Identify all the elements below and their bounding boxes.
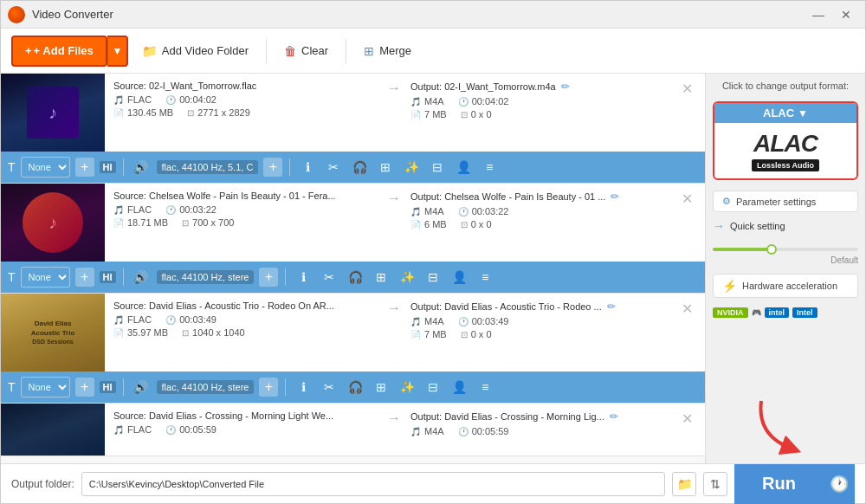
file-source-2: Source: Chelsea Wolfe - Pain Is Beauty -… <box>113 191 378 230</box>
clock-icon-1: 🕐 <box>165 95 176 105</box>
source-format-label-1: FLAC <box>127 94 152 105</box>
merge-button[interactable]: ⊞ Merge <box>353 36 422 67</box>
output-label-1: Output: 02-I_Want_Tomorrow.m4a ✏ <box>410 81 636 93</box>
o-clk-icon-2: 🕐 <box>458 207 469 216</box>
close-item-2[interactable]: ✕ <box>678 191 696 207</box>
speed-slider[interactable] <box>713 248 858 251</box>
add-video-folder-button[interactable]: 📁 Add Video Folder <box>132 36 259 67</box>
file-info-1: Source: 02-I_Want_Tomorrow.flac 🎵 FLAC 🕐… <box>105 74 705 152</box>
add-files-dropdown[interactable]: ▼ <box>107 36 128 67</box>
s-res-val-2: 700 x 700 <box>192 217 234 228</box>
audio-icon-1[interactable]: 🔊 <box>131 157 152 178</box>
nvidia-row: NVIDIA 🎮 intel Intel <box>713 305 858 320</box>
info-icon-2[interactable]: ℹ <box>293 267 313 288</box>
sep-1 <box>123 158 124 176</box>
source-res-2: ⊡ 700 x 700 <box>182 217 234 228</box>
output-label-3: Output: David Elias - Acoustic Trio - Ro… <box>410 300 636 313</box>
edit-icon-3[interactable]: ✏ <box>607 300 616 313</box>
s-clk-icon-4: 🕐 <box>165 425 176 435</box>
watermark-icon-3[interactable]: 👤 <box>449 377 469 397</box>
output-format-1: 🎵 M4A <box>410 96 444 107</box>
format-header[interactable]: ALAC ▼ <box>714 103 856 123</box>
close-button[interactable]: ✕ <box>834 5 858 24</box>
effect-icon-1[interactable]: ✨ <box>401 157 422 178</box>
o-clk-icon-4: 🕐 <box>458 427 469 436</box>
close-item-3[interactable]: ✕ <box>678 300 696 317</box>
headphone-icon-1[interactable]: 🎧 <box>349 157 370 178</box>
format-dropdown-icon: ▼ <box>798 107 808 120</box>
plus-btn-1[interactable]: + <box>75 158 94 177</box>
s-res-val-3: 1040 x 1040 <box>192 327 245 338</box>
audio-plus-1[interactable]: + <box>263 158 282 177</box>
crop-icon-2[interactable]: ⊞ <box>371 267 391 288</box>
subtitle-icon-3[interactable]: ⊟ <box>423 377 443 397</box>
source-size-val-1: 130.45 MB <box>127 107 173 118</box>
audio-icon-2[interactable]: 🔊 <box>131 267 152 288</box>
effect-icon-2[interactable]: ✨ <box>397 267 417 288</box>
browse-button[interactable]: 📁 <box>672 472 696 496</box>
schedule-button[interactable]: 🕐 <box>824 464 855 504</box>
edit-icon-4[interactable]: ✏ <box>610 410 618 423</box>
subtitle-icon-2[interactable]: ⊟ <box>423 267 443 288</box>
output-size-row-1: 📄 7 MB ⊡ 0 x 0 <box>410 109 675 120</box>
s-clk-icon-3: 🕐 <box>165 315 176 325</box>
clear-button[interactable]: 🗑 Clear <box>274 36 339 67</box>
s-sz-icon-3: 📄 <box>113 328 124 338</box>
s-fmt-icon-4: 🎵 <box>113 425 124 435</box>
sort-button[interactable]: ⇅ <box>703 472 727 496</box>
run-button[interactable]: Run <box>734 464 824 504</box>
format-box[interactable]: ALAC ▼ ALAC Lossless Audio <box>713 101 858 180</box>
arrow-4: → <box>381 410 407 426</box>
file-output-1: Output: 02-I_Want_Tomorrow.m4a ✏ 🎵 M4A <box>410 81 675 122</box>
scissors-icon-3[interactable]: ✂ <box>319 377 339 397</box>
info-icon-1[interactable]: ℹ <box>297 157 318 178</box>
crop-icon-3[interactable]: ⊞ <box>371 377 391 397</box>
audio-icon-3[interactable]: 🔊 <box>131 377 152 397</box>
scissors-icon-1[interactable]: ✂ <box>323 157 344 178</box>
o-sz-icon-2: 📄 <box>410 220 421 229</box>
output-res-icon-1: ⊡ <box>461 110 468 120</box>
hw-icon: ⚡ <box>722 279 737 293</box>
scissors-icon-2[interactable]: ✂ <box>319 267 339 288</box>
minimize-button[interactable]: — <box>806 5 830 24</box>
hardware-acceleration-button[interactable]: ⚡ Hardware acceleration <box>713 274 858 298</box>
folder-icon: 📁 <box>142 44 157 58</box>
format-name: ALAC <box>763 107 794 120</box>
s-sz-icon-2: 📄 <box>113 218 124 228</box>
more-icon-2[interactable]: ≡ <box>475 267 495 288</box>
close-item-4[interactable]: ✕ <box>678 410 696 427</box>
more-icon-1[interactable]: ≡ <box>479 157 500 178</box>
o-fmt-icon-4: 🎵 <box>410 427 421 436</box>
audio-plus-2[interactable]: + <box>259 268 278 287</box>
headphone-icon-2[interactable]: 🎧 <box>345 267 365 288</box>
quick-setting-label: → Quick setting <box>713 219 858 233</box>
alac-sub-text: Lossless Audio <box>752 159 819 171</box>
output-label-4: Output: David Elias - Crossing - Morning… <box>410 410 636 423</box>
watermark-icon-1[interactable]: 👤 <box>453 157 474 178</box>
o-fmt-val-2: M4A <box>424 206 444 216</box>
edit-icon-1[interactable]: ✏ <box>561 81 570 93</box>
output-format-label: Click to change output format: <box>713 81 858 91</box>
watermark-icon-2[interactable]: 👤 <box>449 267 469 288</box>
add-files-button[interactable]: + + Add Files <box>11 36 107 67</box>
none-select-2[interactable]: None <box>21 267 70 288</box>
subtitle-icon-1[interactable]: ⊟ <box>427 157 448 178</box>
close-item-1[interactable]: ✕ <box>678 81 696 97</box>
audio-plus-3[interactable]: + <box>259 378 278 397</box>
info-icon-3[interactable]: ℹ <box>293 377 313 397</box>
plus-btn-3[interactable]: + <box>75 378 94 397</box>
arrow-1: → <box>381 81 407 96</box>
more-icon-3[interactable]: ≡ <box>475 377 495 397</box>
crop-icon-1[interactable]: ⊞ <box>375 157 396 178</box>
effect-icon-3[interactable]: ✨ <box>397 377 417 397</box>
parameter-settings-button[interactable]: ⚙ Parameter settings <box>713 191 858 212</box>
file-source-3: Source: David Elias - Acoustic Trio - Ro… <box>113 300 378 340</box>
none-select-1[interactable]: None <box>21 157 70 178</box>
plus-btn-2[interactable]: + <box>75 268 94 287</box>
s-fmt-val-2: FLAC <box>127 204 152 215</box>
edit-icon-2[interactable]: ✏ <box>611 191 619 203</box>
output-path-input[interactable] <box>81 472 665 496</box>
none-select-3[interactable]: None <box>21 377 70 397</box>
headphone-icon-3[interactable]: 🎧 <box>345 377 365 397</box>
file-item-row-4: Source: David Elias - Crossing - Morning… <box>1 404 705 456</box>
